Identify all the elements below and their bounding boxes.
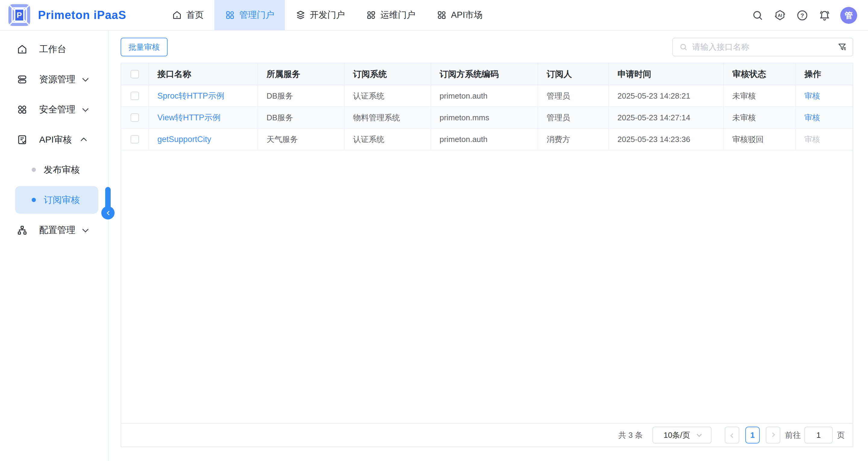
portal-nav: 首页 管理门户 开发门户 运维门户 API市场: [161, 0, 493, 30]
cell-system-code: primeton.mms: [431, 107, 538, 128]
cell-subscribe-system: 物料管理系统: [345, 107, 431, 128]
chevron-up-icon: [81, 137, 87, 144]
col-header-system-code: 订阅方系统编码: [431, 63, 538, 85]
toolbar: 批量审核: [121, 38, 853, 56]
audit-doc-icon: [17, 134, 28, 145]
sidebar-subitem-label: 发布审核: [44, 164, 80, 176]
sidebar-item-label: API审核: [39, 133, 72, 146]
search-input[interactable]: [692, 42, 837, 52]
sidebar-item-api-audit[interactable]: API审核: [0, 125, 108, 155]
nav-item-label: 开发门户: [310, 9, 345, 21]
table-row: getSupportCity 天气服务 认证系统 primeton.auth 消…: [121, 129, 852, 150]
search-icon[interactable]: [751, 9, 764, 22]
interface-name-link[interactable]: getSupportCity: [157, 135, 211, 144]
layers-icon: [296, 10, 306, 20]
interface-name-link[interactable]: Sproc转HTTP示例: [157, 90, 224, 101]
cell-apply-time: 2025-05-23 14:27:14: [609, 107, 724, 128]
sidebar-item-config[interactable]: 配置管理: [0, 215, 108, 245]
cell-status: 未审核: [724, 107, 796, 128]
bullet-dot-icon: [32, 167, 36, 172]
sidebar-collapse-button[interactable]: [101, 206, 115, 219]
nav-item-dev-portal[interactable]: 开发门户: [285, 0, 355, 30]
cell-system-code: primeton.auth: [431, 129, 538, 150]
goto-label: 前往: [785, 430, 801, 440]
chevron-down-icon: [82, 226, 89, 233]
sidebar-item-label: 安全管理: [39, 103, 75, 116]
pagination-total: 共 3 条: [618, 430, 643, 440]
grid-icon: [437, 10, 447, 20]
col-header-apply-time: 申请时间: [609, 63, 724, 85]
pagination: 共 3 条 10条/页 1 前往 页: [121, 423, 852, 447]
sidebar: 工作台 资源管理 安全管理 API审核 发布审核: [0, 31, 108, 461]
nav-item-label: 运维门户: [380, 9, 415, 21]
cell-subscriber: 管理员: [538, 107, 609, 128]
sidebar-item-security[interactable]: 安全管理: [0, 94, 108, 125]
sidebar-item-label: 工作台: [39, 43, 66, 56]
goto-page-input[interactable]: [804, 427, 833, 443]
col-header-subscribe-system: 订阅系统: [345, 63, 431, 85]
sidebar-item-label: 配置管理: [39, 224, 75, 236]
cell-service: DB服务: [258, 85, 345, 106]
page-size-select[interactable]: 10条/页: [652, 427, 712, 443]
sidebar-item-resources[interactable]: 资源管理: [0, 64, 108, 94]
nav-item-home[interactable]: 首页: [161, 0, 214, 30]
col-header-action: 操作: [796, 63, 852, 85]
chevron-down-icon: [82, 75, 89, 82]
chevron-right-icon: [770, 432, 775, 437]
svg-text:?: ?: [801, 12, 804, 19]
logo-letter: P: [14, 8, 24, 22]
bell-icon[interactable]: [818, 9, 831, 22]
cell-subscribe-system: 认证系统: [345, 129, 431, 150]
col-header-interface-name: 接口名称: [149, 63, 258, 85]
row-checkbox[interactable]: [130, 92, 139, 100]
grid-icon: [225, 10, 235, 20]
sidebar-subitem-subscribe-audit[interactable]: 订阅审核: [15, 186, 98, 214]
org-tree-icon: [17, 225, 28, 236]
topbar: P Primeton iPaaS 首页 管理门户 开发门户 运维门户: [0, 0, 868, 31]
table-row: Sproc转HTTP示例 DB服务 认证系统 primeton.auth 管理员…: [121, 85, 852, 107]
sidebar-subitem-label: 订阅审核: [44, 194, 80, 206]
col-header-subscriber: 订阅人: [538, 63, 609, 85]
sidebar-subitem-publish-audit[interactable]: 发布审核: [0, 155, 108, 185]
current-page-button[interactable]: 1: [745, 427, 760, 443]
row-checkbox[interactable]: [130, 113, 139, 122]
chevron-down-icon: [697, 432, 702, 437]
chevron-left-icon: [730, 433, 735, 438]
topbar-actions: AI ? 管: [751, 0, 868, 31]
home-icon: [172, 10, 182, 20]
table-empty-area: [121, 150, 852, 423]
brand-logo-icon: P: [8, 4, 30, 26]
chevron-left-icon: [106, 211, 111, 215]
row-checkbox[interactable]: [130, 135, 139, 144]
ai-assistant-icon[interactable]: AI: [773, 9, 786, 22]
audit-table-panel: 接口名称 所属服务 订阅系统 订阅方系统编码 订阅人 申请时间 审核状态 操作 …: [121, 63, 853, 447]
sidebar-item-workbench[interactable]: 工作台: [0, 34, 108, 64]
next-page-button[interactable]: [766, 427, 780, 443]
nav-item-api-market[interactable]: API市场: [426, 0, 493, 30]
page-size-value: 10条/页: [663, 430, 690, 440]
nav-item-label: 首页: [186, 9, 204, 21]
cell-subscriber: 消费方: [538, 129, 609, 150]
search-box: [672, 38, 853, 56]
avatar[interactable]: 管: [840, 7, 857, 24]
filter-icon[interactable]: [837, 42, 847, 52]
prev-page-button[interactable]: [725, 427, 739, 443]
page-suffix: 页: [837, 430, 845, 440]
col-header-status: 审核状态: [724, 63, 796, 85]
cell-service: 天气服务: [258, 129, 345, 150]
help-icon[interactable]: ?: [796, 9, 809, 22]
database-icon: [17, 74, 28, 85]
nav-item-ops-portal[interactable]: 运维门户: [355, 0, 426, 30]
audit-action-link-disabled: 审核: [804, 134, 820, 145]
home-icon: [17, 44, 28, 55]
select-all-checkbox[interactable]: [130, 70, 139, 79]
audit-action-link[interactable]: 审核: [804, 113, 820, 123]
interface-name-link[interactable]: View转HTTP示例: [157, 112, 221, 123]
nav-item-admin-portal[interactable]: 管理门户: [214, 0, 285, 30]
cell-status: 审核驳回: [724, 129, 796, 150]
audit-action-link[interactable]: 审核: [804, 91, 820, 101]
main-content: 批量审核 接口名称 所属服务 订阅系统 订阅方系统编码 订阅人: [108, 31, 868, 461]
batch-audit-button[interactable]: 批量审核: [121, 38, 167, 56]
cell-apply-time: 2025-05-23 14:28:21: [609, 85, 724, 106]
table-header-row: 接口名称 所属服务 订阅系统 订阅方系统编码 订阅人 申请时间 审核状态 操作: [121, 63, 852, 85]
